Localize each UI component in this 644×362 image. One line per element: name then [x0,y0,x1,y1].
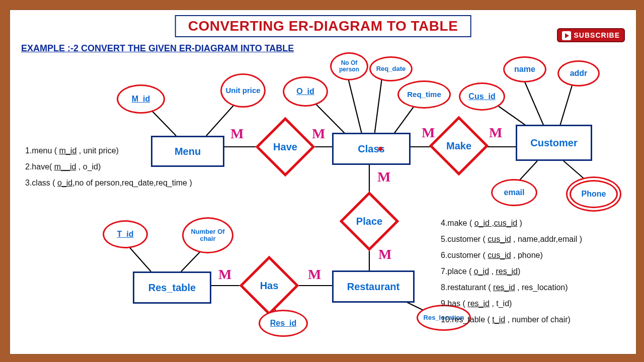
card-m-1: M [230,126,244,142]
rel-make: Make [438,125,480,167]
attr-t-id: T_id [103,220,148,248]
attr-no-of-person: No Of person [330,52,368,80]
attr-phone: Phone [570,180,618,208]
rel-has: Has [248,264,290,307]
attr-unit-price: Unit price [220,73,266,108]
card-m-3: M [422,125,435,141]
entity-class: Class [332,133,411,165]
attr-o-id: O_id [283,76,328,107]
rel-place: Place [348,200,390,242]
card-m-5: M [377,169,390,185]
rel-have: Have [264,126,306,168]
entity-restaurant: Restaurant [332,270,415,303]
card-m-8: M [308,266,321,283]
page-title: CONVERTING ER-DIAGRAM TO TABLE [175,15,471,37]
attr-m-id: M_id [117,84,165,114]
notes-right: 4.make ( o_id ,cus_id ) 5.customer ( cus… [441,215,622,328]
attr-addr: addr [557,60,600,86]
attr-email: email [491,179,537,206]
card-m-2: M [312,126,325,142]
card-m-7: M [218,266,231,283]
entity-res-table: Res_table [133,272,211,304]
notes-left: 1.menu ( m_id , unit price) 2.have( m__i… [25,143,192,191]
attr-name: name [503,56,546,82]
attr-cus-id: Cus_id [459,82,505,111]
card-m-6: M [378,246,391,262]
svg-line-12 [558,80,574,131]
laser-pointer-icon [378,147,382,151]
subscribe-button[interactable]: SUBSCRIBE [557,28,625,42]
attr-res-id: Res_id [259,310,308,337]
example-label: EXAMPLE :-2 CONVERT THE GIVEN ER-DIAGRAM… [21,43,294,54]
svg-line-11 [523,78,546,131]
attr-number-of-chair: Number Of chair [182,217,233,253]
slide-frame: CONVERTING ER-DIAGRAM TO TABLE SUBSCRIBE… [0,0,644,362]
svg-line-5 [347,74,362,136]
attr-req-time: Req_time [397,80,451,109]
attr-req-date: Req_date [369,56,413,81]
slide-canvas: CONVERTING ER-DIAGRAM TO TABLE SUBSCRIBE… [9,9,637,355]
entity-customer: Customer [516,125,592,161]
svg-line-6 [374,74,382,136]
card-m-4: M [489,125,502,141]
